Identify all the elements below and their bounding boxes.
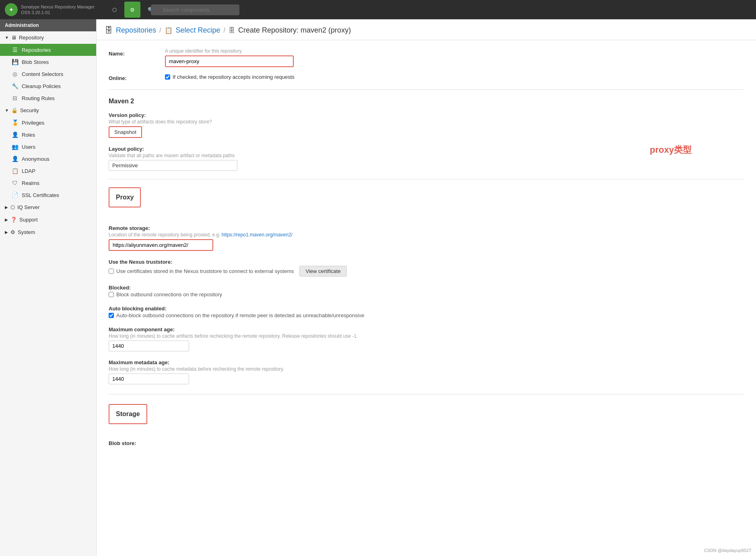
breadcrumb-recipe-icon: 📋	[165, 27, 173, 34]
system-icon: ⚙	[10, 229, 15, 235]
remote-storage-section: Remote storage: Location of the remote r…	[109, 224, 744, 251]
app-logo: ✦ Sonatype Nexus Repository Manager OSS …	[5, 3, 95, 16]
sidebar-section-system[interactable]: ▶ ⚙ System	[0, 226, 96, 238]
auto-blocking-checkbox[interactable]	[109, 313, 114, 318]
nav-settings[interactable]: ⚙	[124, 2, 140, 18]
app-title: Sonatype Nexus Repository Manager OSS 3.…	[21, 4, 95, 16]
breadcrumb-repositories[interactable]: Repositories	[116, 26, 156, 35]
repositories-icon: ☰	[11, 47, 19, 53]
auto-blocking-checkbox-row: Auto-block outbound connections on the r…	[109, 312, 744, 318]
support-icon: ❓	[10, 217, 17, 223]
breadcrumb: 🗄 Repositories / 📋 Select Recipe / 🗄 Cre…	[97, 19, 756, 40]
sidebar-item-privileges[interactable]: 🏅 Privileges	[0, 117, 96, 129]
version-policy-hint: What type of artifacts does this reposit…	[109, 119, 744, 125]
truststore-label: Use the Nexus truststore:	[109, 257, 744, 265]
watermark: CSDN @daydayup9527	[704, 548, 751, 553]
blocked-checkbox[interactable]	[109, 292, 114, 297]
truststore-checkbox[interactable]	[109, 269, 114, 274]
sidebar: Administration ▼ 🖥 Repository ☰ Reposito…	[0, 19, 97, 556]
auto-blocking-checkbox-label: Auto-block outbound connections on the r…	[116, 312, 364, 318]
remote-storage-hint-link: https://repo1.maven.org/maven2/	[222, 232, 293, 238]
breadcrumb-create-icon: 🗄	[229, 27, 235, 34]
auto-blocking-section: Auto blocking enabled: Auto-block outbou…	[109, 304, 744, 318]
name-hint: A unique identifier for this repository	[165, 48, 744, 54]
sidebar-item-routing-rules[interactable]: ⊟ Routing Rules	[0, 92, 96, 104]
sidebar-item-blob-stores[interactable]: 💾 Blob Stores	[0, 56, 96, 68]
main-layout: Administration ▼ 🖥 Repository ☰ Reposito…	[0, 19, 756, 556]
remote-storage-input[interactable]	[109, 239, 213, 251]
breadcrumb-select-recipe[interactable]: Select Recipe	[176, 26, 220, 35]
breadcrumb-icon: 🗄	[105, 26, 113, 35]
layout-policy-hint: Validate that all paths are maven artifa…	[109, 153, 744, 158]
topbar: ✦ Sonatype Nexus Repository Manager OSS …	[0, 0, 756, 19]
server-icon: 🖥	[11, 35, 16, 41]
sidebar-item-anonymous[interactable]: 👤 Anonymous	[0, 153, 96, 165]
layout-policy-select[interactable]: Permissive	[109, 160, 237, 171]
sidebar-item-realms[interactable]: 🛡 Realms	[0, 177, 96, 189]
cleanup-policies-icon: 🔧	[11, 83, 19, 89]
remote-storage-hint: Location of the remote repository being …	[109, 232, 744, 238]
chevron-right-icon3: ▶	[5, 230, 8, 234]
search-input[interactable]	[151, 4, 239, 15]
sidebar-section-repository[interactable]: ▼ 🖥 Repository	[0, 31, 96, 44]
max-component-age-input[interactable]	[109, 341, 189, 351]
blocked-checkbox-row: Block outbound connections on the reposi…	[109, 291, 744, 297]
nav-cube[interactable]: ⬡	[107, 2, 123, 18]
blob-store-label: Blob store:	[109, 439, 744, 446]
sidebar-section-iq[interactable]: ▶ ⬡ IQ Server	[0, 201, 96, 213]
chevron-right-icon: ▶	[5, 205, 8, 209]
name-control: A unique identifier for this repository	[165, 48, 744, 67]
max-component-age-hint: How long (in minutes) to cache artifacts…	[109, 333, 744, 339]
version-policy-select[interactable]: Snapshot	[109, 126, 142, 138]
search-wrapper: 🔍	[144, 4, 239, 15]
layout-policy-section: Layout policy: Validate that all paths a…	[109, 144, 744, 171]
view-certificate-btn[interactable]: View certificate	[299, 266, 346, 277]
blob-stores-icon: 💾	[11, 59, 19, 65]
blob-store-section: Blob store:	[109, 439, 744, 446]
ssl-icon: 📄	[11, 192, 19, 198]
breadcrumb-sep1: /	[159, 27, 161, 34]
online-label: Online:	[109, 73, 165, 81]
proxy-section-title: Proxy	[116, 194, 134, 201]
sidebar-item-repositories[interactable]: ☰ Repositories	[0, 44, 96, 56]
sidebar-item-cleanup-policies[interactable]: 🔧 Cleanup Policies	[0, 80, 96, 92]
maven2-section-title: Maven 2	[109, 98, 744, 105]
version-policy-label: Version policy:	[109, 111, 744, 118]
realms-icon: 🛡	[11, 180, 19, 186]
layout-policy-label: Layout policy:	[109, 144, 744, 152]
security-icon: 🔒	[11, 107, 18, 113]
sidebar-item-users[interactable]: 👥 Users	[0, 141, 96, 153]
online-checkbox-label: If checked, the repository accepts incom…	[173, 74, 295, 80]
blocked-checkbox-label: Block outbound connections on the reposi…	[116, 291, 222, 297]
online-control: If checked, the repository accepts incom…	[165, 74, 295, 80]
sidebar-item-ldap[interactable]: 📋 LDAP	[0, 165, 96, 177]
max-metadata-age-input[interactable]	[109, 373, 189, 384]
form-area: Name: A unique identifier for this repos…	[97, 40, 756, 461]
privileges-icon: 🏅	[11, 119, 19, 126]
divider3	[109, 394, 744, 394]
blocked-label: Blocked:	[109, 283, 744, 291]
sidebar-item-roles[interactable]: 👤 Roles	[0, 129, 96, 141]
storage-section-title: Storage	[116, 410, 140, 417]
roles-icon: 👤	[11, 131, 19, 138]
sidebar-item-ssl-certificates[interactable]: 📄 SSL Certificates	[0, 189, 96, 201]
sidebar-section-security[interactable]: ▼ 🔒 Security	[0, 104, 96, 117]
max-component-age-label: Maximum component age:	[109, 325, 744, 332]
max-metadata-age-section: Maximum metadata age: How long (in minut…	[109, 358, 744, 384]
breadcrumb-sep2: /	[224, 27, 225, 34]
blocked-section: Blocked: Block outbound connections on t…	[109, 283, 744, 297]
version-policy-section: Version policy: What type of artifacts d…	[109, 111, 744, 138]
content-area: 🗄 Repositories / 📋 Select Recipe / 🗄 Cre…	[97, 19, 756, 556]
online-checkbox[interactable]	[165, 74, 170, 80]
divider2	[109, 179, 744, 179]
auto-blocking-label: Auto blocking enabled:	[109, 304, 744, 312]
truststore-checkbox-row: Use certificates stored in the Nexus tru…	[109, 266, 744, 277]
sidebar-item-content-selectors[interactable]: ◎ Content Selectors	[0, 68, 96, 80]
proxy-annotation: proxy类型	[650, 144, 692, 156]
chevron-down-icon: ▼	[5, 35, 9, 40]
topbar-nav: ⬡ ⚙	[107, 2, 140, 18]
sidebar-section-support[interactable]: ▶ ❓ Support	[0, 213, 96, 226]
max-component-age-section: Maximum component age: How long (in minu…	[109, 325, 744, 351]
divider1	[109, 89, 744, 90]
name-input[interactable]	[165, 55, 294, 67]
